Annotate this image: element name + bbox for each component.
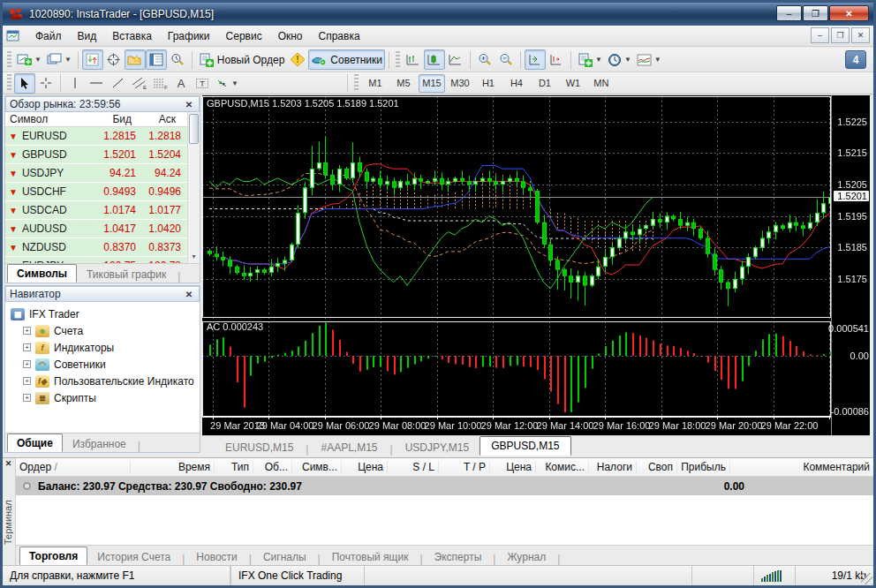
trendline-tool-button[interactable] (107, 73, 128, 94)
column-symbol[interactable]: Симв... (292, 461, 342, 474)
symbol-row[interactable]: ▼NZDUSD 0.8370 0.8373 (5, 238, 200, 257)
tree-root-ifx-trader[interactable]: ▦ IFX Trader (11, 305, 200, 322)
tree-item-indicators[interactable]: + f Индикаторы (11, 339, 200, 356)
terminal-toggle-button[interactable] (146, 49, 167, 70)
toolbar-grip[interactable] (7, 51, 11, 69)
column-bid[interactable]: Бид (87, 113, 136, 125)
tab-account-history[interactable]: История Счета (87, 548, 180, 565)
tab-experts[interactable]: Эксперты (425, 548, 492, 565)
cursor-tool-button[interactable] (14, 73, 35, 94)
navigator-toggle-button[interactable] (125, 49, 146, 70)
chart-tab-eurusd[interactable]: EURUSD,M15 (215, 439, 304, 456)
chart-area[interactable]: GBPUSD,M15 1.5203 1.5205 1.5189 1.5201 A… (202, 95, 870, 435)
tab-trade[interactable]: Торговля (19, 547, 87, 565)
timeframe-m30-button[interactable]: M30 (447, 74, 473, 93)
balance-row[interactable]: Баланс: 230.97 Средства: 230.97 Свободно… (16, 477, 873, 495)
tab-mailbox[interactable]: Почтовый ящик (322, 548, 419, 565)
symbol-row[interactable]: ▼EURUSD 1.2815 1.2818 (5, 127, 200, 146)
timeframe-w1-button[interactable]: W1 (560, 74, 586, 93)
new-order-button[interactable]: Новый Ордер (196, 49, 287, 70)
column-commission[interactable]: Комис... (536, 461, 589, 474)
navigator-close-icon[interactable]: ✕ (183, 290, 195, 299)
symbol-row[interactable]: ▼USDCHF 0.9493 0.9496 (5, 183, 200, 201)
column-price-current[interactable]: Цена (490, 461, 536, 474)
tree-item-advisors[interactable]: + ◠ Советники (11, 356, 200, 373)
market-watch-toggle-button[interactable] (82, 49, 103, 70)
column-tp[interactable]: T / P (439, 461, 490, 474)
timeframe-d1-button[interactable]: D1 (532, 74, 558, 93)
mdi-close-button[interactable]: ✕ (851, 27, 870, 43)
resize-grip[interactable] (861, 573, 872, 584)
chart-shift-button[interactable] (546, 49, 567, 70)
symbol-row[interactable]: ▼AUDUSD 1.0417 1.0420 (5, 220, 200, 238)
column-volume[interactable]: Об... (253, 461, 292, 474)
tree-item-accounts[interactable]: + ☻ Счета (11, 322, 200, 339)
expand-icon[interactable]: + (23, 360, 31, 368)
expert-advisors-button[interactable]: Советники (308, 49, 385, 70)
zoom-out-button[interactable] (495, 49, 517, 70)
timeframe-m1-button[interactable]: M1 (362, 74, 389, 93)
column-type[interactable]: Тип (215, 461, 253, 474)
expand-icon[interactable]: + (23, 377, 31, 385)
symbol-row[interactable]: ▼EURJPY 120.75 120.78 (5, 257, 200, 263)
tree-item-scripts[interactable]: + ≣ Скрипты (11, 389, 200, 406)
zoom-in-button[interactable] (474, 49, 495, 70)
status-trading-mode[interactable]: IFX One Click Trading (230, 566, 365, 585)
tab-news[interactable]: Новости (186, 548, 246, 565)
menu-window[interactable]: Окно (270, 27, 311, 45)
symbol-row[interactable]: ▼USDJPY 94.21 94.24 (5, 164, 200, 183)
tab-symbols[interactable]: Символы (7, 264, 77, 283)
alert-button[interactable]: ! (287, 49, 308, 70)
timeframe-m5-button[interactable]: M5 (390, 74, 417, 93)
fibonacci-tool-button[interactable]: F (149, 73, 170, 94)
line-chart-type-button[interactable] (445, 49, 466, 70)
column-order[interactable]: Ордер / (16, 461, 131, 474)
indicators-button[interactable]: ▼ (634, 49, 664, 70)
vertical-line-tool-button[interactable] (64, 73, 86, 94)
periods-button[interactable]: ▼ (605, 49, 634, 70)
equidistant-channel-tool-button[interactable]: E (128, 73, 149, 94)
data-window-button[interactable] (103, 49, 125, 70)
tab-signals[interactable]: Сигналы (253, 548, 316, 565)
column-time[interactable]: Время (131, 461, 215, 474)
toolbar-grip[interactable] (354, 74, 359, 92)
close-button[interactable]: ✕ (829, 5, 869, 21)
column-price-open[interactable]: Цена (342, 461, 388, 474)
toolbar-grip[interactable] (396, 51, 400, 69)
notifications-badge[interactable]: 4 (845, 50, 866, 69)
horizontal-line-tool-button[interactable] (86, 73, 107, 94)
tab-journal[interactable]: Журнал (497, 548, 555, 565)
tab-common[interactable]: Общие (7, 433, 63, 452)
crosshair-tool-button[interactable] (35, 73, 57, 94)
chart-tab-aapl[interactable]: #AAPL,M15 (310, 439, 388, 456)
market-watch-close-icon[interactable]: ✕ (183, 100, 195, 109)
mdi-minimize-button[interactable]: – (811, 27, 829, 43)
column-taxes[interactable]: Налоги (589, 461, 637, 474)
maximize-button[interactable]: ❐ (803, 5, 828, 21)
column-symbol[interactable]: Символ (5, 113, 87, 125)
expand-icon[interactable]: + (23, 343, 31, 351)
market-watch-scrollbar[interactable]: ▼ (187, 112, 200, 263)
strategy-tester-button[interactable] (167, 49, 188, 70)
timeframe-h4-button[interactable]: H4 (503, 74, 530, 93)
timeframe-mn-button[interactable]: MN (588, 74, 615, 93)
menu-charts[interactable]: Графики (160, 27, 218, 45)
mdi-restore-button[interactable]: ❐ (831, 27, 850, 43)
chart-tab-gbpusd[interactable]: GBPUSD,M15 (480, 436, 570, 456)
menu-help[interactable]: Справка (311, 27, 368, 45)
symbol-row[interactable]: ▼GBPUSD 1.5201 1.5204 (5, 146, 200, 164)
profiles-button[interactable]: ▼ (44, 49, 74, 70)
menu-view[interactable]: Вид (70, 27, 105, 45)
column-swap[interactable]: Своп (637, 461, 677, 474)
text-tool-button[interactable]: A (170, 73, 192, 94)
chart-tab-usdjpy[interactable]: USDJPY,M15 (395, 439, 480, 456)
terminal-close-icon[interactable]: ✕ (3, 458, 14, 470)
minimize-button[interactable]: – (776, 5, 802, 21)
column-comment[interactable]: Комментарий (730, 461, 873, 474)
arrows-tool-button[interactable]: ▼ (213, 73, 241, 94)
column-ask[interactable]: Аск (136, 113, 180, 125)
timeframe-h1-button[interactable]: H1 (475, 74, 502, 93)
templates-button[interactable]: ▼ (575, 49, 605, 70)
tab-tick-chart[interactable]: Тиковый график (77, 266, 176, 283)
text-label-tool-button[interactable]: T (192, 73, 213, 94)
